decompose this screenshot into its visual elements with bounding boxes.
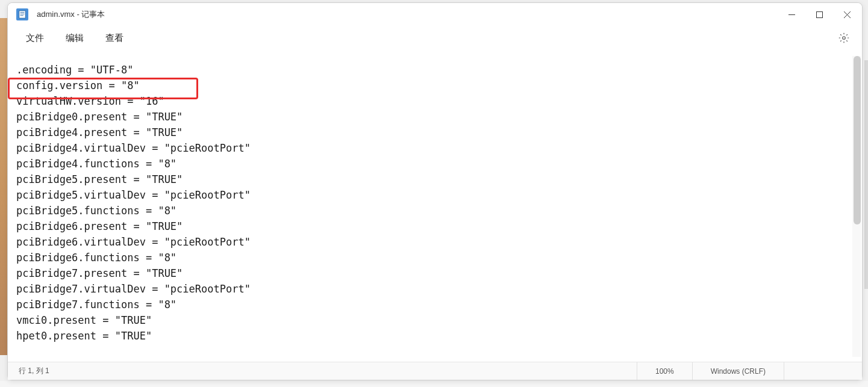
close-button[interactable] (833, 5, 861, 24)
status-encoding-slot (784, 362, 856, 380)
text-line: pciBridge7.functions = "8" (16, 297, 854, 312)
text-line: .encoding = "UTF-8" (16, 62, 854, 78)
statusbar: 行 1, 列 1 100% Windows (CRLF) (8, 362, 862, 380)
menu-edit[interactable]: 编辑 (55, 29, 95, 48)
status-line-ending[interactable]: Windows (CRLF) (692, 362, 784, 380)
desktop-background-left (0, 18, 7, 355)
menubar: 文件 编辑 查看 (8, 26, 862, 50)
desktop-background-right (864, 60, 868, 289)
menu-file[interactable]: 文件 (15, 29, 55, 48)
text-line: pciBridge5.present = "TRUE" (16, 172, 854, 187)
text-line: pciBridge4.virtualDev = "pcieRootPort" (16, 140, 854, 156)
menu-view[interactable]: 查看 (95, 29, 134, 48)
taskbar-peek (0, 381, 868, 387)
text-line: pciBridge6.functions = "8" (16, 250, 854, 265)
titlebar[interactable]: admin.vmx - 记事本 (8, 3, 862, 26)
text-line: config.version = "8" (16, 78, 854, 93)
text-line: virtualHW.version = "16" (16, 93, 854, 109)
svg-rect-0 (19, 11, 26, 18)
text-editor-area[interactable]: .encoding = "UTF-8" config.version = "8"… (8, 50, 862, 362)
svg-point-8 (843, 37, 846, 40)
text-line: vmci0.present = "TRUE" (16, 312, 854, 328)
scrollbar-thumb[interactable] (854, 56, 861, 224)
minimize-button[interactable] (778, 5, 805, 24)
text-line: pciBridge4.present = "TRUE" (16, 125, 854, 140)
text-line: pciBridge6.present = "TRUE" (16, 218, 854, 234)
text-line: pciBridge6.virtualDev = "pcieRootPort" (16, 234, 854, 250)
notepad-window: admin.vmx - 记事本 文件 编辑 查看 .encoding = "UT… (7, 2, 863, 380)
window-title: admin.vmx - 记事本 (37, 9, 105, 20)
text-line: pciBridge4.functions = "8" (16, 156, 854, 172)
maximize-button[interactable] (805, 5, 833, 24)
text-line: pciBridge7.virtualDev = "pcieRootPort" (16, 281, 854, 297)
status-cursor-position: 行 1, 列 1 (14, 366, 49, 376)
status-zoom[interactable]: 100% (637, 362, 692, 380)
text-line: pciBridge5.functions = "8" (16, 203, 854, 218)
text-line: pciBridge7.present = "TRUE" (16, 265, 854, 281)
settings-button[interactable] (833, 27, 855, 49)
text-line: pciBridge0.present = "TRUE" (16, 109, 854, 125)
notepad-icon (16, 8, 28, 20)
text-line: pciBridge5.virtualDev = "pcieRootPort" (16, 187, 854, 203)
svg-rect-5 (816, 11, 822, 17)
text-line: hpet0.present = "TRUE" (16, 328, 854, 344)
